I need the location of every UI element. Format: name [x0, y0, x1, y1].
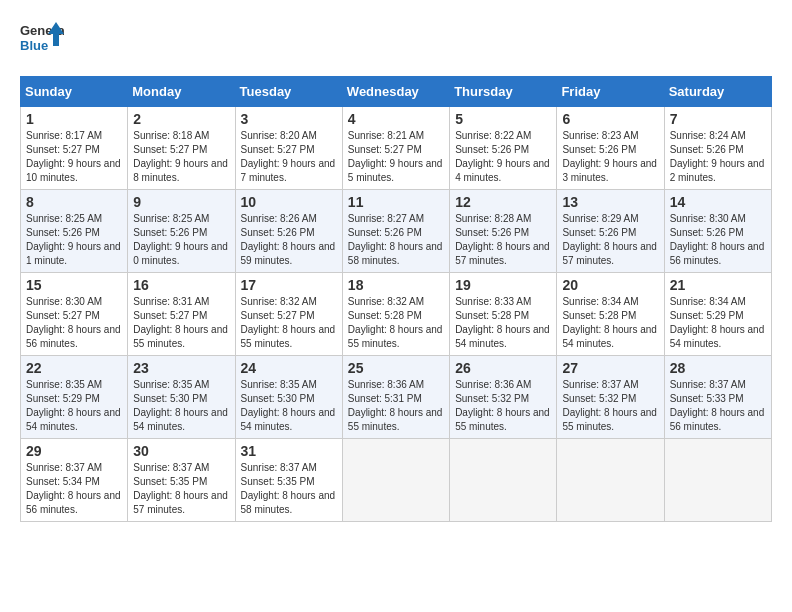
day-number: 17 — [241, 277, 337, 293]
day-info: Sunrise: 8:30 AM Sunset: 5:26 PM Dayligh… — [670, 212, 766, 268]
calendar-day-cell: 2 Sunrise: 8:18 AM Sunset: 5:27 PM Dayli… — [128, 107, 235, 190]
day-info: Sunrise: 8:32 AM Sunset: 5:27 PM Dayligh… — [241, 295, 337, 351]
day-info: Sunrise: 8:35 AM Sunset: 5:29 PM Dayligh… — [26, 378, 122, 434]
day-number: 15 — [26, 277, 122, 293]
day-number: 9 — [133, 194, 229, 210]
day-info: Sunrise: 8:26 AM Sunset: 5:26 PM Dayligh… — [241, 212, 337, 268]
day-number: 10 — [241, 194, 337, 210]
day-number: 12 — [455, 194, 551, 210]
calendar-day-cell: 30 Sunrise: 8:37 AM Sunset: 5:35 PM Dayl… — [128, 439, 235, 522]
day-number: 5 — [455, 111, 551, 127]
weekday-header-monday: Monday — [128, 77, 235, 107]
day-info: Sunrise: 8:30 AM Sunset: 5:27 PM Dayligh… — [26, 295, 122, 351]
day-info: Sunrise: 8:34 AM Sunset: 5:28 PM Dayligh… — [562, 295, 658, 351]
day-number: 1 — [26, 111, 122, 127]
day-number: 20 — [562, 277, 658, 293]
day-number: 21 — [670, 277, 766, 293]
calendar-day-cell: 13 Sunrise: 8:29 AM Sunset: 5:26 PM Dayl… — [557, 190, 664, 273]
calendar-day-cell: 6 Sunrise: 8:23 AM Sunset: 5:26 PM Dayli… — [557, 107, 664, 190]
day-info: Sunrise: 8:25 AM Sunset: 5:26 PM Dayligh… — [133, 212, 229, 268]
weekday-header-sunday: Sunday — [21, 77, 128, 107]
day-info: Sunrise: 8:21 AM Sunset: 5:27 PM Dayligh… — [348, 129, 444, 185]
calendar-week-row: 8 Sunrise: 8:25 AM Sunset: 5:26 PM Dayli… — [21, 190, 772, 273]
calendar-day-cell — [342, 439, 449, 522]
calendar-day-cell: 14 Sunrise: 8:30 AM Sunset: 5:26 PM Dayl… — [664, 190, 771, 273]
day-number: 26 — [455, 360, 551, 376]
day-info: Sunrise: 8:37 AM Sunset: 5:34 PM Dayligh… — [26, 461, 122, 517]
calendar-week-row: 29 Sunrise: 8:37 AM Sunset: 5:34 PM Dayl… — [21, 439, 772, 522]
calendar-day-cell: 7 Sunrise: 8:24 AM Sunset: 5:26 PM Dayli… — [664, 107, 771, 190]
day-info: Sunrise: 8:37 AM Sunset: 5:32 PM Dayligh… — [562, 378, 658, 434]
day-info: Sunrise: 8:17 AM Sunset: 5:27 PM Dayligh… — [26, 129, 122, 185]
calendar-day-cell — [450, 439, 557, 522]
header: General Blue — [20, 20, 772, 60]
calendar-day-cell: 19 Sunrise: 8:33 AM Sunset: 5:28 PM Dayl… — [450, 273, 557, 356]
calendar-day-cell — [557, 439, 664, 522]
day-number: 19 — [455, 277, 551, 293]
calendar-week-row: 22 Sunrise: 8:35 AM Sunset: 5:29 PM Dayl… — [21, 356, 772, 439]
day-number: 16 — [133, 277, 229, 293]
day-info: Sunrise: 8:35 AM Sunset: 5:30 PM Dayligh… — [133, 378, 229, 434]
day-number: 30 — [133, 443, 229, 459]
day-number: 31 — [241, 443, 337, 459]
day-info: Sunrise: 8:37 AM Sunset: 5:35 PM Dayligh… — [133, 461, 229, 517]
calendar-day-cell: 29 Sunrise: 8:37 AM Sunset: 5:34 PM Dayl… — [21, 439, 128, 522]
calendar-day-cell: 18 Sunrise: 8:32 AM Sunset: 5:28 PM Dayl… — [342, 273, 449, 356]
calendar-day-cell: 15 Sunrise: 8:30 AM Sunset: 5:27 PM Dayl… — [21, 273, 128, 356]
day-number: 2 — [133, 111, 229, 127]
weekday-header-saturday: Saturday — [664, 77, 771, 107]
weekday-header-friday: Friday — [557, 77, 664, 107]
day-info: Sunrise: 8:20 AM Sunset: 5:27 PM Dayligh… — [241, 129, 337, 185]
day-info: Sunrise: 8:36 AM Sunset: 5:32 PM Dayligh… — [455, 378, 551, 434]
calendar-week-row: 1 Sunrise: 8:17 AM Sunset: 5:27 PM Dayli… — [21, 107, 772, 190]
calendar-day-cell: 25 Sunrise: 8:36 AM Sunset: 5:31 PM Dayl… — [342, 356, 449, 439]
calendar-day-cell: 17 Sunrise: 8:32 AM Sunset: 5:27 PM Dayl… — [235, 273, 342, 356]
day-info: Sunrise: 8:37 AM Sunset: 5:33 PM Dayligh… — [670, 378, 766, 434]
day-info: Sunrise: 8:28 AM Sunset: 5:26 PM Dayligh… — [455, 212, 551, 268]
day-number: 25 — [348, 360, 444, 376]
day-number: 6 — [562, 111, 658, 127]
day-number: 14 — [670, 194, 766, 210]
day-info: Sunrise: 8:18 AM Sunset: 5:27 PM Dayligh… — [133, 129, 229, 185]
weekday-header-row: SundayMondayTuesdayWednesdayThursdayFrid… — [21, 77, 772, 107]
calendar-day-cell: 10 Sunrise: 8:26 AM Sunset: 5:26 PM Dayl… — [235, 190, 342, 273]
day-number: 13 — [562, 194, 658, 210]
day-info: Sunrise: 8:22 AM Sunset: 5:26 PM Dayligh… — [455, 129, 551, 185]
day-number: 18 — [348, 277, 444, 293]
calendar-day-cell: 16 Sunrise: 8:31 AM Sunset: 5:27 PM Dayl… — [128, 273, 235, 356]
day-info: Sunrise: 8:32 AM Sunset: 5:28 PM Dayligh… — [348, 295, 444, 351]
day-info: Sunrise: 8:25 AM Sunset: 5:26 PM Dayligh… — [26, 212, 122, 268]
day-info: Sunrise: 8:29 AM Sunset: 5:26 PM Dayligh… — [562, 212, 658, 268]
calendar-day-cell: 9 Sunrise: 8:25 AM Sunset: 5:26 PM Dayli… — [128, 190, 235, 273]
day-info: Sunrise: 8:27 AM Sunset: 5:26 PM Dayligh… — [348, 212, 444, 268]
day-info: Sunrise: 8:23 AM Sunset: 5:26 PM Dayligh… — [562, 129, 658, 185]
weekday-header-wednesday: Wednesday — [342, 77, 449, 107]
calendar-day-cell: 8 Sunrise: 8:25 AM Sunset: 5:26 PM Dayli… — [21, 190, 128, 273]
day-info: Sunrise: 8:24 AM Sunset: 5:26 PM Dayligh… — [670, 129, 766, 185]
day-number: 4 — [348, 111, 444, 127]
calendar-table: SundayMondayTuesdayWednesdayThursdayFrid… — [20, 76, 772, 522]
calendar-day-cell: 20 Sunrise: 8:34 AM Sunset: 5:28 PM Dayl… — [557, 273, 664, 356]
day-number: 24 — [241, 360, 337, 376]
calendar-day-cell: 11 Sunrise: 8:27 AM Sunset: 5:26 PM Dayl… — [342, 190, 449, 273]
calendar-day-cell: 23 Sunrise: 8:35 AM Sunset: 5:30 PM Dayl… — [128, 356, 235, 439]
day-info: Sunrise: 8:34 AM Sunset: 5:29 PM Dayligh… — [670, 295, 766, 351]
weekday-header-tuesday: Tuesday — [235, 77, 342, 107]
day-number: 27 — [562, 360, 658, 376]
calendar-day-cell: 12 Sunrise: 8:28 AM Sunset: 5:26 PM Dayl… — [450, 190, 557, 273]
calendar-day-cell: 3 Sunrise: 8:20 AM Sunset: 5:27 PM Dayli… — [235, 107, 342, 190]
day-number: 11 — [348, 194, 444, 210]
calendar-day-cell — [664, 439, 771, 522]
svg-text:Blue: Blue — [20, 38, 48, 53]
calendar-day-cell: 22 Sunrise: 8:35 AM Sunset: 5:29 PM Dayl… — [21, 356, 128, 439]
day-info: Sunrise: 8:35 AM Sunset: 5:30 PM Dayligh… — [241, 378, 337, 434]
calendar-week-row: 15 Sunrise: 8:30 AM Sunset: 5:27 PM Dayl… — [21, 273, 772, 356]
day-info: Sunrise: 8:33 AM Sunset: 5:28 PM Dayligh… — [455, 295, 551, 351]
logo: General Blue — [20, 20, 64, 60]
day-number: 8 — [26, 194, 122, 210]
day-info: Sunrise: 8:36 AM Sunset: 5:31 PM Dayligh… — [348, 378, 444, 434]
day-number: 28 — [670, 360, 766, 376]
calendar-day-cell: 5 Sunrise: 8:22 AM Sunset: 5:26 PM Dayli… — [450, 107, 557, 190]
day-number: 29 — [26, 443, 122, 459]
calendar-day-cell: 26 Sunrise: 8:36 AM Sunset: 5:32 PM Dayl… — [450, 356, 557, 439]
